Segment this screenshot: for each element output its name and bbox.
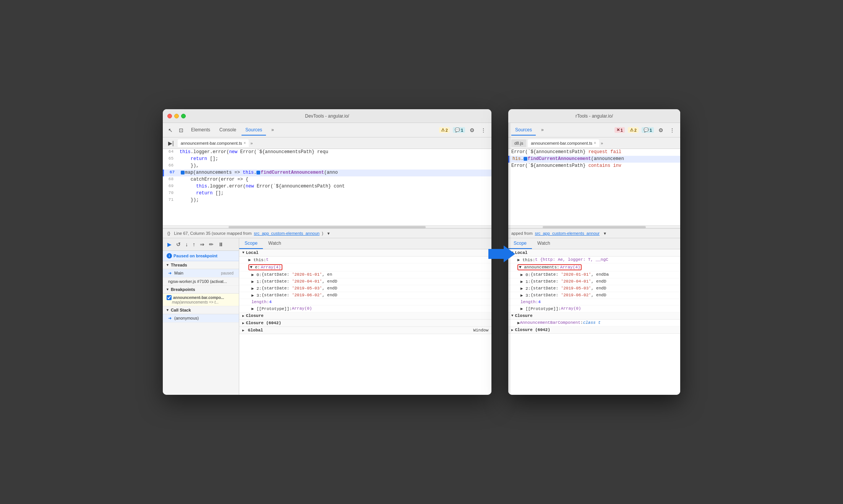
scope-tabs-left: Scope Watch [239,238,491,249]
tree-e-2: ▶ 2: {startDate: '2019-05-03', endD [239,285,491,292]
file-tab-d8[interactable]: d8.js [511,139,526,147]
code-line-67: 67 map(announcements => this.findCurrent… [163,170,491,176]
code-scrollbar-right[interactable] [508,225,680,228]
closure-6042-section[interactable]: ▶ Closure (6042) [239,320,491,327]
thread-ngsw[interactable]: ngsw-worker.js #7100 (activat... [163,278,239,286]
cs-item-name: (anonymous) [174,316,199,320]
global-section[interactable]: ▶ Global Window [239,327,491,334]
file-tab-more[interactable]: » [250,141,253,145]
debug-panel-left: ▶ ↺ ↓ ↑ ⇒ ✏ ⏸ i Paused on breakpoint ▼ T… [163,238,239,395]
code-line-66: 66 }), [163,163,491,170]
code-line-68: 68 catchError(error => { [163,176,491,183]
menu-btn-left[interactable]: ⋮ [478,126,488,135]
file-tab-bar-left: ▶| announcement-bar.component.ts × » [163,137,491,149]
tab-sources-right[interactable]: Sources [511,125,536,136]
code-editor-right: Error(`${announcementsPath} request fail… [508,149,680,225]
traffic-lights-left [167,114,186,118]
cursor-tool-btn[interactable]: ↖ [166,126,175,135]
file-tab-close[interactable]: × [243,141,246,145]
file-tab-announcement-right[interactable]: announcement-bar.component.ts × [528,139,599,147]
deactivate-btn[interactable]: ✏ [208,241,215,248]
tab-more-right[interactable]: » [537,125,548,136]
settings-btn-right[interactable]: ⚙ [656,126,666,135]
threads-triangle: ▼ [166,263,169,267]
breakpoints-section-header[interactable]: ▼ Breakpoints [163,286,239,294]
tree-announcements: ▼ announcements: Array(4) [508,263,680,271]
scope-panel-left: Scope Watch ▼ Local ▶ this: t ▼ e: Array… [239,238,491,395]
closure-6042-label: Closure (6042) [246,321,281,325]
scope-tree-right: ▼ Local ▶ this: t {http: Ae, logger: T, … [508,249,680,395]
paused-notice: i Paused on breakpoint [163,251,239,261]
selected-arrow: ➜ [168,271,172,275]
settings-btn-left[interactable]: ⚙ [467,126,477,135]
tree-abc-component: ▶ AnnouncementBarComponent: class t [508,320,680,326]
source-map-link-right[interactable]: src_app_custom-elements_annour [535,231,600,236]
panel-expand-btn[interactable]: ▶| [166,139,176,148]
close-button[interactable] [167,114,172,118]
warning-badge-right: ⚠ 2 [628,127,639,133]
step-over-btn[interactable]: ↺ [175,241,182,248]
tree-ann-length: length: 4 [508,299,680,305]
scope-tab-watch[interactable]: Watch [263,238,287,249]
callstack-item-anon[interactable]: ➜ (anonymous) [163,314,239,323]
thread-main[interactable]: ➜ Main paused [163,269,239,278]
tab-console[interactable]: Console [216,125,240,136]
device-toolbar-btn[interactable]: ⊡ [177,126,186,135]
info-icon: i [167,253,172,258]
step-into-btn[interactable]: ↓ [184,241,190,248]
bp-code: map(announcements => t... [167,300,235,304]
step-out-btn[interactable]: ↑ [191,241,197,248]
menu-btn-right[interactable]: ⋮ [667,126,677,135]
scope-tab-scope[interactable]: Scope [239,238,263,249]
tab-more[interactable]: » [267,125,278,136]
threads-label: Threads [171,263,187,267]
callstack-section-header[interactable]: ▼ Call Stack [163,306,239,314]
left-devtools-window: DevTools - angular.io/ ↖ ⊡ Elements Cons… [163,109,491,395]
pause-btn[interactable]: ⏸ [217,241,225,248]
tree-this-right: ▶ this: t {http: Ae, logger: T, __ngC [508,257,680,263]
paused-text: Paused on breakpoint [173,254,217,258]
status-bar-left: {} Line 67, Column 35 (source mapped fro… [163,228,491,238]
minimize-button[interactable] [174,114,179,118]
closure-6042-section-right[interactable]: ▶ Closure (6042) [508,326,680,334]
closure-section-right[interactable]: ▼ Closure [508,312,680,320]
local-label: Local [246,250,258,255]
title-bar-left: DevTools - angular.io/ [163,109,491,123]
bp-checkbox-row: announcement-bar.compo... [167,295,235,300]
source-map-link-left[interactable]: src_app_custom-elements_announ [254,231,319,236]
code-line-69: 69 this.logger.error(new Error(`${announ… [163,183,491,190]
global-label: Global [248,328,263,333]
closure-section[interactable]: ▶ Closure [239,312,491,320]
resume-btn[interactable]: ▶ [166,241,173,248]
tree-e-0: ▶ 0: {startDate: '2020-01-01', en [239,271,491,278]
cs-triangle: ▼ [166,308,169,312]
step-btn[interactable]: ⇒ [198,241,206,248]
thread-main-status: paused [221,271,233,275]
bp-triangle: ▼ [166,288,169,291]
debug-toolbar-left: ▶ ↺ ↓ ↑ ⇒ ✏ ⏸ [163,238,239,251]
tree-this: ▶ this: t [239,257,491,263]
bp-checkbox[interactable] [167,295,172,300]
status-dropdown-btn-right[interactable]: ▼ [602,231,608,236]
file-tab-bar-right: d8.js announcement-bar.component.ts × » [508,137,680,149]
format-btn[interactable]: {} [166,231,172,236]
local-label-right: Local [515,250,527,255]
tab-elements[interactable]: Elements [187,125,214,136]
local-section-right[interactable]: ▼ Local [508,249,680,257]
scope-tab-watch-right[interactable]: Watch [532,238,556,249]
tree-e-proto: ▶ [[Prototype]]: Array(0) [239,305,491,312]
file-tab-close-right[interactable]: × [594,141,596,145]
closure-label-right: Closure [515,313,532,318]
maximize-button[interactable] [181,114,186,118]
tree-e-1: ▶ 1: {startDate: '2020-04-01', endD [239,278,491,285]
status-dropdown-btn[interactable]: ▼ [326,231,332,236]
file-tab-announcement[interactable]: announcement-bar.component.ts × [178,139,249,147]
threads-section-header[interactable]: ▼ Threads [163,261,239,269]
code-line-71: 71 }); [163,197,491,204]
file-tab-more-right[interactable]: » [601,141,603,145]
code-scrollbar-left[interactable] [163,225,491,228]
tab-sources[interactable]: Sources [242,125,266,136]
title-bar-right: rTools - angular.io/ [508,109,680,123]
tree-ann-0: ▶ 0: {startDate: '2020-01-01', endDa [508,271,680,278]
local-section[interactable]: ▼ Local [239,249,491,257]
